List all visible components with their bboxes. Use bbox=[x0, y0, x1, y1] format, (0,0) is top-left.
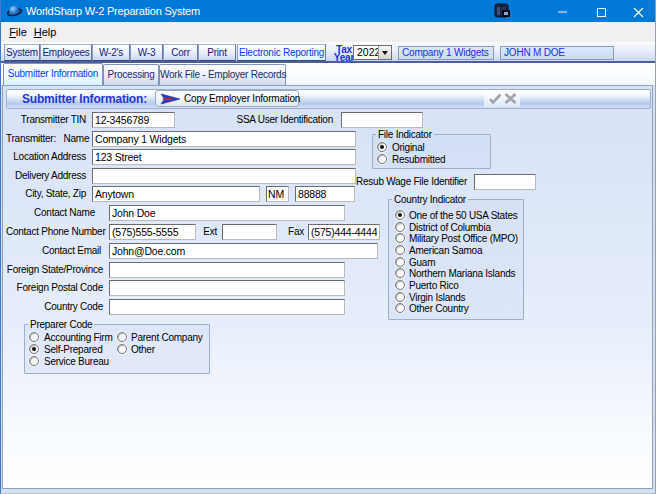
radio-label-american-samoa: American Samoa bbox=[409, 245, 482, 257]
label-foreign-postal-code: Foreign Postal Code bbox=[6, 280, 103, 296]
input-contact-email[interactable] bbox=[109, 243, 378, 259]
radio-label-one-of-50-usa-states: One of the 50 USA States bbox=[409, 210, 518, 222]
radio-accounting-firm[interactable] bbox=[29, 332, 39, 342]
radio-northern-mariana-islands[interactable] bbox=[395, 268, 405, 278]
input-transmitter-tin[interactable] bbox=[92, 112, 175, 128]
radio-label-original: Original bbox=[392, 142, 424, 154]
toolbar: System Employees W-2's W-3 Corr Print El… bbox=[1, 42, 655, 63]
input-location-address[interactable] bbox=[92, 149, 356, 165]
radio-label-military-post-office: Military Post Office (MPO) bbox=[409, 233, 518, 245]
minimize-button[interactable] bbox=[543, 0, 582, 22]
title-bar: WorldSharp W-2 Preparation System bbox=[0, 0, 656, 22]
input-state[interactable] bbox=[266, 186, 289, 202]
radio-label-self-prepared: Self-Prepared bbox=[44, 344, 102, 356]
input-ext[interactable] bbox=[222, 224, 277, 240]
radio-label-puerto-rico: Puerto Rico bbox=[409, 280, 459, 292]
tax-year-value: 2022 bbox=[357, 46, 380, 59]
label-contact-phone-number: Contact Phone Number bbox=[6, 224, 103, 240]
radio-label-other-country: Other Country bbox=[409, 303, 469, 315]
menu-file[interactable]: File bbox=[5, 22, 31, 42]
toolbar-button-electronic-reporting[interactable]: Electronic Reporting bbox=[237, 44, 326, 61]
input-ssa-user-identification[interactable] bbox=[341, 112, 423, 128]
radio-label-service-bureau: Service Bureau bbox=[44, 356, 109, 368]
tab-work-file-employer-records[interactable]: Work File - Employer Records bbox=[159, 64, 286, 85]
company-display: Company 1 Widgets bbox=[398, 46, 494, 60]
toolbar-button-employees[interactable]: Employees bbox=[40, 44, 92, 61]
label-transmitter-name: Transmitter: Name bbox=[6, 131, 86, 147]
section-title: Submitter Information: bbox=[22, 90, 147, 108]
tax-year-select[interactable]: 2022 bbox=[353, 45, 392, 60]
radio-resubmitted[interactable] bbox=[377, 154, 387, 164]
app-window-icon bbox=[494, 3, 511, 19]
input-foreign-postal-code[interactable] bbox=[109, 280, 345, 296]
file-indicator-legend: File Indicator bbox=[376, 129, 434, 140]
copy-button-label: Copy Employer Information bbox=[184, 91, 300, 106]
submitter-information-panel: Submitter Information: Copy Employer Inf… bbox=[2, 85, 653, 489]
radio-self-prepared[interactable] bbox=[29, 344, 39, 354]
country-indicator-legend: Country Indicator bbox=[392, 194, 468, 205]
radio-label-other: Other bbox=[131, 344, 155, 356]
label-contact-email: Contact Email bbox=[6, 243, 101, 259]
label-fax: Fax bbox=[271, 224, 304, 240]
input-resub-wage-file-identifier[interactable] bbox=[474, 174, 536, 190]
input-transmitter-name[interactable] bbox=[92, 131, 356, 147]
input-city[interactable] bbox=[92, 186, 260, 202]
label-delivery-address: Delivery Address bbox=[6, 168, 86, 184]
input-foreign-state-province[interactable] bbox=[109, 262, 345, 278]
radio-parent-company[interactable] bbox=[117, 332, 127, 342]
label-location-address: Location Address bbox=[6, 149, 86, 165]
label-contact-name: Contact Name bbox=[6, 205, 95, 221]
tab-processing[interactable]: Processing bbox=[103, 64, 159, 85]
menu-help[interactable]: Help bbox=[33, 22, 57, 42]
label-foreign-state-province: Foreign State/Province bbox=[6, 262, 103, 278]
window-title: WorldSharp W-2 Preparation System bbox=[26, 0, 200, 22]
radio-guam[interactable] bbox=[395, 257, 405, 267]
toolbar-button-corr[interactable]: Corr bbox=[163, 44, 198, 61]
radio-military-post-office[interactable] bbox=[395, 233, 405, 243]
toolbar-button-system[interactable]: System bbox=[4, 44, 40, 61]
maximize-button[interactable] bbox=[582, 0, 621, 22]
label-transmitter-tin: Transmitter TIN bbox=[6, 112, 86, 128]
radio-label-resubmitted: Resubmitted bbox=[392, 154, 445, 166]
close-button[interactable] bbox=[621, 0, 656, 22]
radio-service-bureau[interactable] bbox=[29, 356, 39, 366]
confirm-icon[interactable] bbox=[487, 92, 503, 105]
input-fax[interactable] bbox=[308, 224, 380, 240]
radio-label-accounting-firm: Accounting Firm bbox=[44, 332, 113, 344]
app-globe-icon bbox=[7, 4, 22, 18]
input-contact-name[interactable] bbox=[109, 205, 345, 221]
radio-label-northern-mariana-islands: Northern Mariana Islands bbox=[409, 268, 515, 280]
label-city-state-zip: City, State, Zip bbox=[6, 186, 86, 202]
dropdown-arrow-icon[interactable] bbox=[378, 46, 391, 59]
toolbar-button-w2s[interactable]: W-2's bbox=[92, 44, 130, 61]
label-ext: Ext bbox=[183, 224, 217, 240]
input-country-code[interactable] bbox=[109, 299, 345, 315]
radio-puerto-rico[interactable] bbox=[395, 280, 405, 290]
blue-dart-arrow-icon bbox=[160, 93, 182, 105]
radio-district-of-columbia[interactable] bbox=[395, 222, 405, 232]
label-resub-wage-file-identifier: Resub Wage File Identifier bbox=[303, 174, 467, 190]
radio-other-country[interactable] bbox=[395, 303, 405, 313]
radio-label-parent-company: Parent Company bbox=[131, 332, 203, 344]
label-country-code: Country Code bbox=[6, 299, 103, 315]
tab-strip: Submitter Information Processing Work Fi… bbox=[1, 63, 655, 85]
preparer-code-legend: Preparer Code bbox=[28, 319, 94, 330]
radio-one-of-50-usa-states[interactable] bbox=[395, 210, 405, 220]
toolbar-button-w3[interactable]: W-3 bbox=[130, 44, 163, 61]
copy-employer-information-button[interactable]: Copy Employer Information bbox=[155, 90, 299, 107]
cancel-icon[interactable] bbox=[503, 92, 518, 105]
menu-bar: File Help bbox=[1, 22, 655, 42]
user-display: JOHN M DOE bbox=[500, 46, 614, 60]
radio-virgin-islands[interactable] bbox=[395, 292, 405, 302]
application-window: WorldSharp W-2 Preparation System File H… bbox=[0, 0, 656, 494]
confirm-cancel-buttons bbox=[484, 92, 520, 107]
radio-american-samoa[interactable] bbox=[395, 245, 405, 255]
label-ssa-user-identification: SSA User Identification bbox=[233, 112, 333, 128]
radio-original[interactable] bbox=[377, 142, 387, 152]
tab-submitter-information[interactable]: Submitter Information bbox=[3, 63, 103, 85]
toolbar-button-print[interactable]: Print bbox=[198, 44, 236, 61]
radio-other[interactable] bbox=[117, 344, 127, 354]
section-header-band: Submitter Information: Copy Employer Inf… bbox=[6, 89, 651, 109]
